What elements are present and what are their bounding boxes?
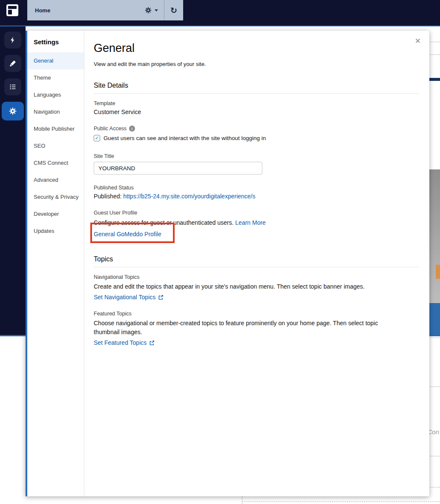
gear-icon [9,107,17,115]
sidebar-item-developer[interactable]: Developer [27,206,84,223]
page-selector[interactable]: Home ↻ [27,0,183,20]
sidebar-item-updates[interactable]: Updates [27,223,84,240]
gear-icon [144,6,152,14]
chevron-down-icon [155,9,158,11]
page-title: General [94,42,419,55]
rail-item-content[interactable] [4,78,21,95]
guest-profile-description-text: Configure access for guest or unauthenti… [94,219,233,226]
guest-profile-description: Configure access for guest or unauthenti… [94,218,419,227]
public-access-checkbox[interactable]: ✓ [94,135,100,141]
external-link-icon [149,340,155,346]
template-label: Template [94,100,419,106]
sidebar-item-theme[interactable]: Theme [27,69,84,86]
builder-logo-icon [6,4,19,17]
close-button[interactable]: ✕ [415,37,421,46]
section-divider [94,93,419,94]
sidebar-item-security-privacy[interactable]: Security & Privacy [27,189,84,206]
page-settings-dropdown[interactable] [138,0,164,20]
external-link-icon [158,295,164,300]
refresh-button[interactable]: ↻ [164,0,183,20]
sidebar-item-languages[interactable]: Languages [27,86,84,103]
published-status-label: Published Status [94,185,419,191]
template-value: Customer Service [94,109,419,115]
published-status-value: Published: https://b25-24.my.site.com/yo… [94,193,419,200]
top-toolbar: Home ↻ [0,0,440,26]
paintbrush-icon [9,60,17,67]
sidebar-item-general[interactable]: General [27,52,84,69]
sidebar-item-seo[interactable]: SEO [27,137,84,155]
site-title-label: Site Title [94,153,419,159]
public-access-label: Public Access [94,126,127,132]
set-featured-topics-link[interactable]: Set Featured Topics [94,339,147,346]
checkmark-icon: ✓ [95,135,99,141]
info-icon[interactable]: i [129,126,135,132]
sidebar-item-advanced[interactable]: Advanced [27,172,84,189]
settings-sidebar-title: Settings [27,38,84,46]
refresh-icon: ↻ [170,6,177,15]
rail-item-settings[interactable] [2,102,24,120]
sidebar-item-cms-connect[interactable]: CMS Connect [27,155,84,172]
navigational-topics-description: Create and edit the topics that appear i… [94,282,394,291]
settings-modal: Settings General Theme Languages Navigat… [26,31,429,496]
experience-builder-logo[interactable] [6,4,19,17]
bg-dashed-line [242,501,440,502]
site-title-input[interactable] [94,162,262,175]
featured-topics-description: Choose navigational or member-created to… [94,319,394,337]
list-icon [9,83,17,91]
public-access-checkbox-label: Guest users can see and interact with th… [104,135,266,141]
featured-topics-label: Featured Topics [94,311,419,317]
builder-icon-rail [0,26,26,336]
guest-user-profile-block: Guest User Profile Configure access for … [94,210,419,238]
settings-panel-content: ✕ General View and edit the main propert… [85,31,429,496]
bg-image-fragment [436,265,440,279]
guest-profile-link[interactable]: General GoMeddo Profile [94,231,161,238]
section-divider [94,267,419,267]
current-page-label: Home [35,7,50,14]
panel-subtitle: View and edit the main properties of you… [94,61,419,67]
set-navigational-topics-link[interactable]: Set Navigational Topics [94,294,155,301]
section-heading-topics: Topics [94,255,419,263]
rail-item-theme[interactable] [4,55,21,72]
lightning-icon [9,36,17,44]
guest-user-profile-label: Guest User Profile [94,210,419,216]
bg-dashed-line [242,496,242,504]
sidebar-item-navigation[interactable]: Navigation [27,103,84,120]
learn-more-link[interactable]: Learn More [235,219,266,226]
published-prefix: Published: [94,193,121,200]
section-heading-site-details: Site Details [94,82,419,89]
navigational-topics-label: Navigational Topics [94,274,419,280]
sidebar-item-mobile-publisher[interactable]: Mobile Publisher [27,120,84,137]
rail-item-components[interactable] [4,32,21,49]
published-url-link[interactable]: https://b25-24.my.site.com/yourdigitalex… [123,193,255,200]
settings-sidebar: Settings General Theme Languages Navigat… [27,31,84,496]
